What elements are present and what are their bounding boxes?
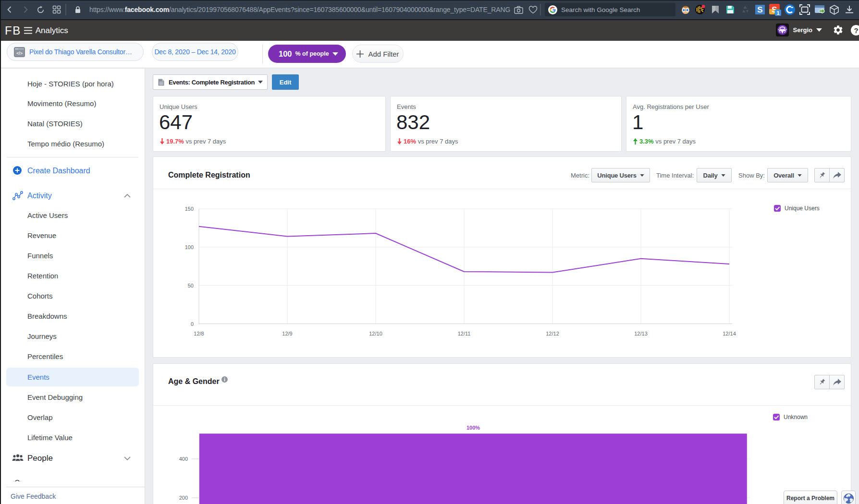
share-button[interactable] [829, 168, 845, 182]
heart-icon[interactable] [526, 6, 540, 14]
browser-search-field[interactable]: Search with Google Search [545, 3, 675, 16]
sidebar-item-breakdowns[interactable]: Breakdowns [27, 312, 67, 320]
sidebar-item-event-debugging[interactable]: Event Debugging [27, 393, 83, 401]
user-caret-icon[interactable] [816, 28, 822, 32]
showby-control-label: Show By: [738, 172, 765, 179]
share-icon [833, 379, 841, 386]
lock-icon[interactable] [66, 6, 89, 13]
people-expand-icon[interactable] [124, 456, 131, 460]
percent-people-selector[interactable]: 100 % of people [268, 45, 346, 63]
url-bar[interactable]: https://www.facebook.com/analytics/20199… [89, 6, 511, 13]
reload-icon[interactable] [31, 6, 49, 14]
event-selector-dropdown[interactable]: Events: Complete Registration [153, 74, 268, 90]
ext-capture-icon[interactable] [797, 4, 812, 15]
ext-window-arrow-icon[interactable] [812, 4, 827, 15]
sidebar-item-events-highlight [6, 368, 139, 386]
ext-bookmark-icon[interactable] [708, 4, 723, 15]
create-dashboard-label: Create Dashboard [27, 167, 90, 175]
sidebar-item-lifetime-value[interactable]: Lifetime Value [27, 433, 73, 442]
sidebar-item-active-users[interactable]: Active Users [27, 211, 68, 219]
pin-icon [818, 378, 826, 386]
share-button[interactable] [829, 375, 845, 389]
hamburger-icon[interactable] [24, 27, 32, 34]
metric-label: Avg. Registrations per User [633, 103, 709, 110]
camera-icon[interactable] [511, 6, 526, 14]
user-name[interactable]: Sergio [793, 26, 812, 34]
legend-label: Unique Users [785, 205, 820, 212]
legend-label: Unknown [784, 414, 808, 420]
ext-badge: 1 [776, 10, 779, 16]
delta-down-arrow-icon [397, 138, 402, 144]
metric-control-label: Metric: [571, 172, 589, 179]
ext-disabled-icon[interactable] [737, 4, 752, 15]
showby-dropdown[interactable]: Overall [767, 168, 808, 182]
metric-value: 647 [159, 111, 193, 134]
search-placeholder: Search with Google Search [561, 6, 640, 13]
info-icon[interactable] [221, 376, 228, 383]
metric-value: 832 [396, 111, 430, 134]
legend-unique-users[interactable]: Unique Users [774, 205, 820, 212]
line-chart: 05010015012/812/912/1012/1112/1212/1312/… [153, 189, 851, 357]
chart-title: Complete Registration [168, 171, 250, 180]
entity-selector[interactable]: </> Pixel do Thiago Varella Consultor… [7, 43, 144, 61]
metric-label: Unique Users [160, 103, 197, 110]
age-gender-card: Age & Gender 200400100%Unknown [153, 363, 851, 504]
sidebar-dashboard-tempo[interactable]: Tempo médio (Resumo) [27, 140, 104, 148]
sidebar-dashboard-hoje[interactable]: Hoje - STORIES (por hora) [27, 80, 114, 88]
ext-c-blue-icon[interactable] [782, 4, 797, 15]
sidebar-dashboard-natal[interactable]: Natal (STORIES) [27, 120, 83, 128]
ext-gold-circle-icon[interactable] [693, 4, 708, 15]
date-range-selector[interactable]: Dec 8, 2020 – Dec 14, 2020 [152, 43, 238, 61]
ext-nerd-face-icon[interactable] [678, 4, 693, 15]
sidebar-item-events[interactable]: Events [27, 373, 49, 381]
sidebar-item-percentiles[interactable]: Percentiles [27, 352, 63, 360]
legend-checkbox-checked[interactable] [774, 205, 781, 212]
pin-button[interactable] [814, 375, 830, 389]
avatar[interactable] [776, 24, 789, 36]
activity-collapse-icon[interactable] [124, 194, 131, 198]
help-icon[interactable]: ? [850, 24, 859, 36]
plus-circle-icon [13, 166, 22, 175]
sidebar-item-journeys[interactable]: Journeys [27, 332, 57, 340]
tiles-icon[interactable] [49, 5, 64, 14]
percent-caret-icon [332, 52, 338, 56]
sidebar-item-revenue[interactable]: Revenue [27, 231, 56, 240]
metric-card-events: Events 832 16% vs prev 7 days [390, 96, 622, 152]
percent-label: % of people [295, 50, 329, 57]
bar-value-label: 100% [466, 425, 480, 431]
ext-floppy-icon[interactable] [723, 4, 737, 15]
sidebar-item-overlap[interactable]: Overlap [27, 413, 53, 421]
fb-logo[interactable]: FB [5, 24, 21, 37]
ext-cube-icon[interactable] [827, 4, 842, 15]
edit-button[interactable]: Edit [272, 74, 299, 90]
svg-text:50: 50 [188, 283, 194, 288]
pin-button[interactable] [814, 168, 830, 182]
metric-label: Events [397, 103, 416, 110]
legend-checkbox-checked[interactable] [773, 414, 780, 420]
legend-unknown[interactable]: Unknown [773, 414, 808, 420]
sidebar-item-cohorts[interactable]: Cohorts [27, 292, 53, 300]
globe-icon [844, 493, 854, 504]
add-filter-button[interactable]: Add Filter [352, 45, 404, 63]
back-icon[interactable] [0, 6, 19, 13]
give-feedback-link[interactable]: Give Feedback [11, 492, 56, 500]
sidebar-item-funnels[interactable]: Funnels [27, 252, 53, 260]
svg-text:150: 150 [185, 206, 194, 212]
svg-text:12/9: 12/9 [282, 331, 292, 336]
sidebar-item-retention[interactable]: Retention [27, 272, 58, 280]
metric-dropdown[interactable]: Unique Users [591, 168, 650, 182]
downloads-icon[interactable] [842, 4, 857, 15]
metric-delta: 19.7% vs prev 7 days [160, 138, 226, 145]
clipped-section-icon [13, 478, 22, 481]
sidebar-dashboard-movimento[interactable]: Movimento (Resumo) [27, 99, 96, 108]
forward-icon[interactable] [19, 6, 31, 13]
settings-gear-icon[interactable] [833, 24, 844, 36]
report-problem-button[interactable]: Report a Problem [784, 491, 837, 504]
globe-button[interactable] [841, 491, 856, 504]
interval-dropdown[interactable]: Daily [697, 168, 732, 182]
svg-text:12/8: 12/8 [194, 331, 204, 336]
ext-s-color-icon[interactable]: S 1 [767, 3, 782, 16]
app-title: Analytics [36, 26, 68, 36]
interval-control-label: Time Interval: [656, 172, 694, 179]
ext-s-blue-icon[interactable]: S [752, 4, 767, 15]
